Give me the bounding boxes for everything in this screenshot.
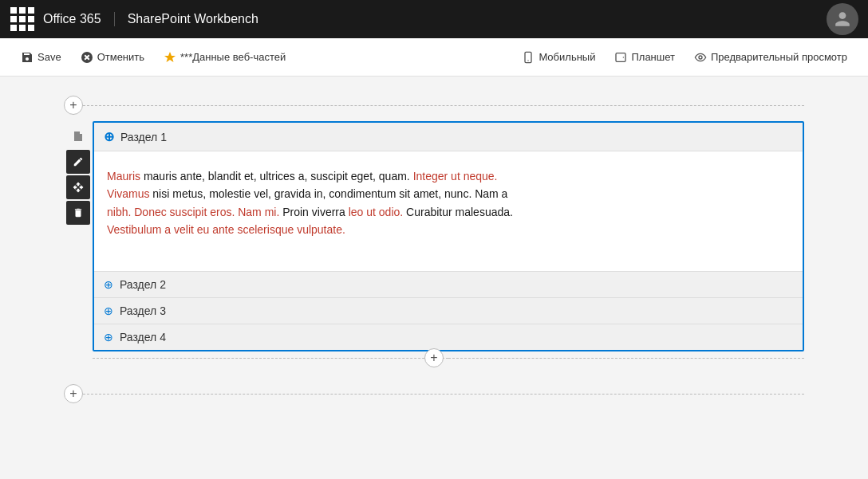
accordion-body-1: Mauris mauris ante, blandit et, ultrices…	[94, 151, 803, 271]
text-fragment: nisi metus, molestie vel, gravida in, co…	[152, 187, 507, 200]
cancel-button[interactable]: Отменить	[73, 46, 152, 69]
section-2-label: Раздел 2	[120, 278, 166, 291]
expand-icon-1: ⊕	[104, 129, 114, 144]
canvas-inner: +	[51, 96, 817, 403]
bottom-add-section-button[interactable]: +	[64, 384, 83, 403]
center-add-row: +	[64, 358, 804, 359]
bottom-add-line: +	[64, 384, 804, 403]
webpart-row: ⊕ Раздел 1 Mauris mauris ante, blandit e…	[64, 121, 804, 351]
section-1-label: Раздел 1	[120, 131, 167, 143]
accordion-header-4[interactable]: ⊕ Раздел 4	[94, 324, 803, 350]
user-avatar[interactable]	[827, 3, 858, 35]
section-1-content: Mauris mauris ante, blandit et, ultrices…	[107, 167, 790, 239]
top-add-section-button[interactable]: +	[64, 96, 83, 115]
expand-icon-2: ⊕	[104, 278, 113, 291]
move-button[interactable]	[66, 175, 90, 199]
toolbar-right-group: Мобильный Планшет Предварительный просмо…	[514, 46, 855, 69]
page-icon-button[interactable]	[66, 124, 90, 148]
workbench-subtitle: SharePoint Workbench	[128, 12, 258, 26]
tablet-button[interactable]: Планшет	[606, 46, 683, 69]
toolbar: Save Отменить ***Данные веб-частей Мобил…	[0, 38, 868, 77]
middle-add-section-button[interactable]: +	[424, 348, 444, 367]
apps-grid-icon	[10, 7, 34, 31]
accordion-header-2[interactable]: ⊕ Раздел 2	[94, 271, 803, 297]
svg-point-4	[699, 56, 702, 59]
section-3-label: Раздел 3	[120, 304, 166, 317]
expand-icon-4: ⊕	[104, 331, 113, 344]
text-fragment: mauris ante, blandit et, ultrices a, sus…	[144, 170, 410, 183]
top-bar: Office 365 SharePoint Workbench	[0, 0, 868, 38]
top-add-line: +	[64, 96, 804, 115]
text-fragment: Proin viverra	[282, 206, 345, 218]
save-button[interactable]: Save	[13, 46, 69, 69]
mobile-button[interactable]: Мобильный	[514, 46, 603, 69]
svg-rect-2	[616, 53, 625, 61]
canvas: +	[0, 77, 868, 479]
apps-menu-button[interactable]	[10, 6, 35, 32]
accordion-header-3[interactable]: ⊕ Раздел 3	[94, 297, 803, 324]
accordion-widget: ⊕ Раздел 1 Mauris mauris ante, blandit e…	[93, 121, 804, 351]
preview-button[interactable]: Предварительный просмотр	[686, 46, 855, 69]
left-tools	[64, 121, 93, 225]
accordion-header-1[interactable]: ⊕ Раздел 1	[94, 123, 803, 151]
text-fragment: Curabitur malesuada.	[406, 206, 513, 218]
delete-button[interactable]	[66, 201, 90, 225]
expand-icon-3: ⊕	[104, 304, 113, 317]
edit-button[interactable]	[66, 150, 90, 174]
section-4-label: Раздел 4	[120, 331, 166, 344]
office365-title: Office 365	[43, 12, 115, 26]
webparts-data-button[interactable]: ***Данные веб-частей	[156, 46, 294, 69]
